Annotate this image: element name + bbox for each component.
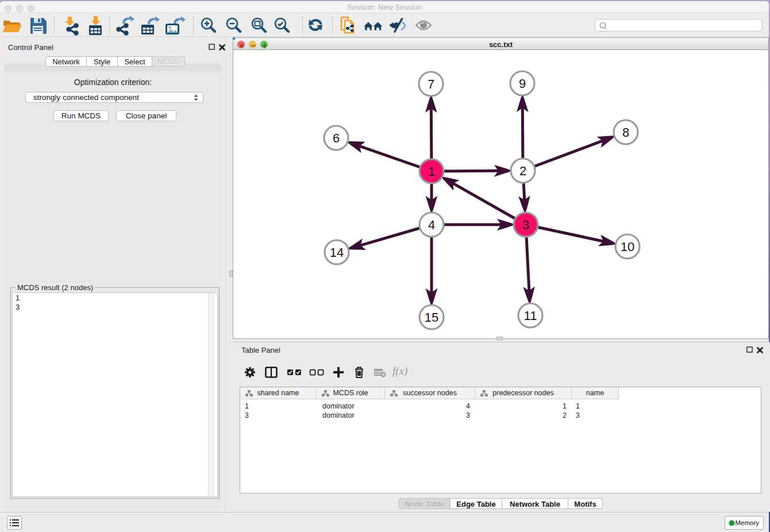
svg-text:14: 14 xyxy=(330,245,344,260)
svg-text:1: 1 xyxy=(428,164,435,179)
svg-text:11: 11 xyxy=(524,309,537,323)
svg-text:f(x): f(x) xyxy=(392,366,407,377)
svg-text:6: 6 xyxy=(333,131,340,145)
svg-text:15: 15 xyxy=(425,310,438,325)
svg-text:2: 2 xyxy=(519,164,526,178)
svg-text:10: 10 xyxy=(621,240,634,254)
svg-text:7: 7 xyxy=(428,77,434,91)
svg-text:3: 3 xyxy=(522,218,529,232)
svg-text:9: 9 xyxy=(519,76,526,91)
svg-text:8: 8 xyxy=(622,125,629,140)
svg-text:4: 4 xyxy=(428,218,435,232)
